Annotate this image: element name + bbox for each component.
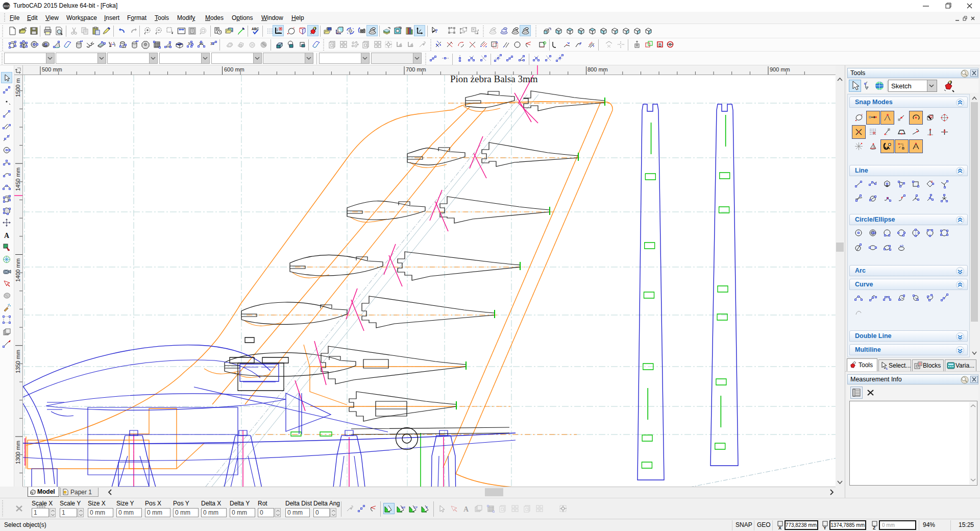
svg-text:WP: WP — [401, 506, 405, 509]
svg-text:CP: CP — [413, 506, 418, 509]
svg-text:Y: Y — [823, 525, 826, 530]
svg-text:a:b: a:b — [900, 244, 903, 247]
svg-text:ABC: ABC — [252, 27, 259, 31]
svg-text:2015: 2015 — [4, 5, 10, 8]
svg-text:X: X — [778, 525, 781, 530]
svg-text:A: A — [4, 232, 10, 239]
svg-text:P: P — [426, 506, 428, 509]
svg-text:Y: Y — [861, 113, 863, 116]
svg-text:Z: Z — [873, 525, 876, 530]
svg-text:A: A — [463, 505, 469, 513]
svg-text:Y: Y — [293, 27, 295, 30]
svg-text:Pion żebra Balsa 3mm: Pion żebra Balsa 3mm — [450, 75, 538, 84]
svg-text:B: B — [658, 42, 662, 47]
svg-text:R: R — [931, 180, 933, 183]
svg-text:?: ? — [435, 28, 438, 34]
